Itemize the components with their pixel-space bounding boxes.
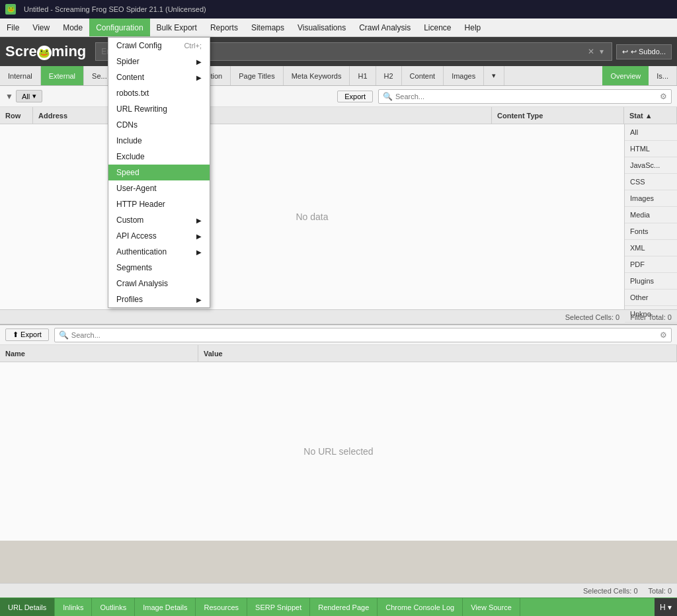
menu-file[interactable]: File [0, 19, 26, 36]
logo: Scre🐸ming [5, 43, 86, 60]
right-panel-fonts[interactable]: Fonts [625, 223, 677, 240]
col-tab-is[interactable]: Is... [649, 66, 677, 85]
right-panel-html[interactable]: HTML [625, 141, 677, 157]
right-panel-javascript[interactable]: JavaSc... [625, 157, 677, 174]
footer-tab-resources[interactable]: Resources [196, 598, 247, 616]
dropdown-segments-label: Segments [116, 263, 152, 272]
dropdown-exclude-label: Exclude [116, 152, 145, 161]
dropdown-segments[interactable]: Segments [108, 260, 210, 276]
menu-bar: File View Mode Configuration Bulk Export… [0, 19, 677, 37]
right-panel: All HTML JavaSc... CSS Images Media Font… [624, 124, 677, 309]
url-clear-button[interactable]: ✕ [585, 46, 597, 58]
footer-tab-url-details[interactable]: URL Details [0, 598, 55, 616]
dropdown-speed[interactable]: Speed [108, 165, 210, 180]
dropdown-cdns-label: CDNs [116, 120, 138, 130]
col-header-content-type: Content Type [492, 107, 624, 124]
dropdown-crawl-analysis[interactable]: Crawl Analysis [108, 276, 210, 291]
dropdown-user-agent-label: User-Agent [116, 184, 157, 193]
dropdown-robots-txt[interactable]: robots.txt [108, 85, 210, 101]
url-dropdown-button[interactable]: ▾ [597, 46, 606, 58]
dropdown-spider-arrow: ▶ [196, 58, 202, 65]
menu-sitemaps[interactable]: Sitemaps [245, 19, 291, 36]
col-header-status[interactable]: Stat ▲ [624, 107, 677, 124]
bottom-search-icon: 🔍 [59, 330, 69, 340]
bottom-section: ⬆ Export 🔍 ⚙ Name Value No URL selected [0, 324, 677, 541]
overview-button[interactable]: Overview [602, 66, 649, 85]
col-tab-page-titles[interactable]: Page Titles [231, 66, 283, 85]
dropdown-http-header[interactable]: HTTP Header [108, 196, 210, 212]
bottom-status-bar: Selected Cells: 0 Total: 0 [0, 583, 677, 597]
footer-tab-image-details[interactable]: Image Details [135, 598, 196, 616]
column-headers: Row Address Content Type Stat ▲ [0, 107, 677, 124]
right-panel-other[interactable]: Other [625, 289, 677, 306]
dropdown-crawl-analysis-label: Crawl Analysis [116, 279, 168, 288]
right-panel-xml[interactable]: XML [625, 240, 677, 256]
menu-bulk-export[interactable]: Bulk Export [150, 19, 204, 36]
bottom-selected-cells: Selected Cells: 0 [583, 587, 638, 595]
menu-reports[interactable]: Reports [204, 19, 245, 36]
main-tab-bar: Internal External Se... URL Meta Descrip… [0, 66, 677, 86]
col-header-address: Address [33, 107, 492, 124]
bottom-search-input[interactable] [71, 331, 657, 339]
menu-help[interactable]: Help [458, 19, 488, 36]
bottom-filter-bar: ⬆ Export 🔍 ⚙ [0, 325, 677, 345]
right-panel-pdf[interactable]: PDF [625, 256, 677, 273]
col-tab-content[interactable]: Content [402, 66, 444, 85]
dropdown-custom[interactable]: Custom ▶ [108, 212, 210, 228]
export-button[interactable]: Export [337, 91, 373, 102]
dropdown-exclude[interactable]: Exclude [108, 149, 210, 165]
bottom-filter-icon[interactable]: ⚙ [660, 330, 667, 340]
title-bar: 🐸 Untitled - Screaming Frog SEO Spider 2… [0, 0, 677, 19]
bottom-col-headers: Name Value [0, 345, 677, 362]
dropdown-cdns[interactable]: CDNs [108, 117, 210, 133]
menu-mode[interactable]: Mode [56, 19, 89, 36]
col-tab-images[interactable]: Images [444, 66, 484, 85]
dropdown-user-agent[interactable]: User-Agent [108, 180, 210, 196]
footer-tab-view-source[interactable]: View Source [463, 598, 520, 616]
footer-tab-inlinks[interactable]: Inlinks [55, 598, 92, 616]
dropdown-content[interactable]: Content ▶ [108, 69, 210, 85]
right-panel-all[interactable]: All [625, 124, 677, 141]
menu-configuration[interactable]: Configuration [89, 19, 149, 36]
tab-external[interactable]: External [41, 66, 84, 85]
col-tab-h1[interactable]: H1 [350, 66, 376, 85]
dropdown-robots-txt-label: robots.txt [116, 89, 149, 98]
right-panel-images[interactable]: Images [625, 190, 677, 207]
col-tab-more[interactable]: ▾ [484, 66, 504, 85]
dropdown-api-access[interactable]: API Access ▶ [108, 228, 210, 244]
footer-tab-more[interactable]: H ▾ [655, 598, 677, 616]
search-box: 🔍 ⚙ [378, 89, 672, 104]
bottom-export-button[interactable]: ⬆ Export [5, 328, 49, 341]
bottom-col-name: Name [0, 345, 198, 362]
dropdown-spider[interactable]: Spider ▶ [108, 54, 210, 69]
col-tab-h2[interactable]: H2 [376, 66, 402, 85]
tab-internal[interactable]: Internal [0, 66, 41, 85]
dropdown-authentication-arrow: ▶ [196, 249, 202, 256]
col-tab-meta-keywords[interactable]: Meta Keywords [284, 66, 350, 85]
dropdown-include[interactable]: Include [108, 133, 210, 149]
dropdown-url-rewriting[interactable]: URL Rewriting [108, 101, 210, 117]
filter-label: All [22, 93, 30, 100]
menu-view[interactable]: View [26, 19, 56, 36]
footer-tab-chrome-console[interactable]: Chrome Console Log [378, 598, 463, 616]
dropdown-crawl-config[interactable]: Crawl Config Ctrl+; [108, 38, 210, 54]
filter-all-dropdown[interactable]: All ▾ [16, 90, 42, 102]
right-panel-plugins[interactable]: Plugins [625, 273, 677, 289]
dropdown-crawl-config-label: Crawl Config [116, 41, 162, 50]
dropdown-http-header-label: HTTP Header [116, 200, 165, 209]
footer-tab-outlinks[interactable]: Outlinks [92, 598, 135, 616]
menu-licence[interactable]: Licence [417, 19, 458, 36]
dropdown-authentication[interactable]: Authentication ▶ [108, 244, 210, 260]
subdomain-button[interactable]: ↩ ↩ Subdo... [616, 44, 672, 59]
footer-tab-serp-snippet[interactable]: SERP Snippet [247, 598, 310, 616]
filter-options-icon[interactable]: ⚙ [660, 92, 667, 101]
right-panel-media[interactable]: Media [625, 207, 677, 223]
bottom-col-value: Value [198, 345, 677, 362]
right-panel-css[interactable]: CSS [625, 174, 677, 190]
menu-crawl-analysis[interactable]: Crawl Analysis [352, 19, 417, 36]
search-input[interactable] [395, 93, 657, 100]
search-icon: 🔍 [383, 92, 393, 101]
footer-tab-rendered-page[interactable]: Rendered Page [310, 598, 378, 616]
dropdown-profiles[interactable]: Profiles ▶ [108, 291, 210, 307]
menu-visualisations[interactable]: Visualisations [291, 19, 352, 36]
